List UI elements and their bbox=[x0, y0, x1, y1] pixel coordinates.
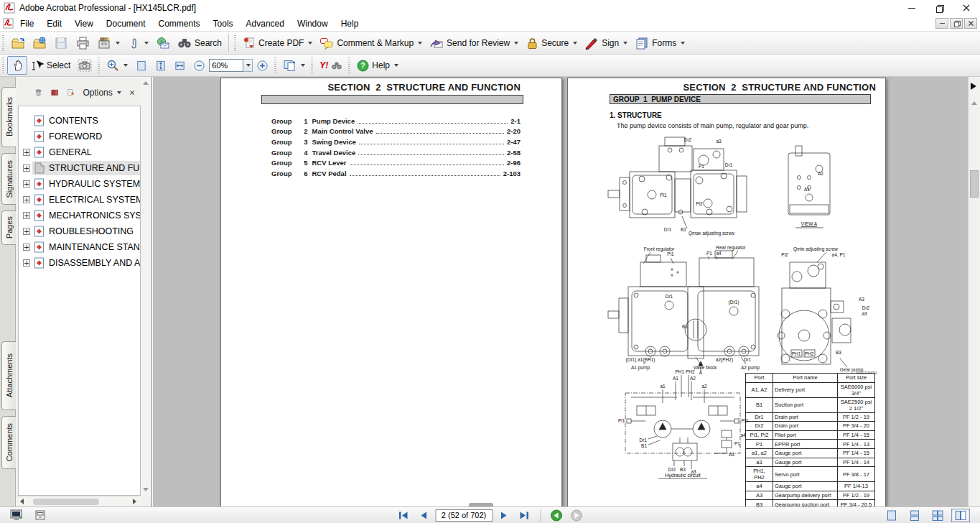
zoom-level-input[interactable] bbox=[209, 59, 243, 72]
expand-plus-icon[interactable] bbox=[23, 212, 30, 219]
bookmark-item-general[interactable]: GENERAL bbox=[19, 144, 140, 160]
toolbar-grip[interactable] bbox=[2, 57, 4, 73]
expand-plus-icon[interactable] bbox=[23, 228, 30, 235]
facing-button[interactable] bbox=[951, 509, 970, 522]
zoom-in-button[interactable] bbox=[253, 56, 272, 75]
menu-window[interactable]: Window bbox=[291, 17, 335, 30]
expand-plus-icon[interactable] bbox=[23, 244, 30, 251]
doc-restore-button[interactable] bbox=[950, 18, 963, 29]
fit-width-button[interactable] bbox=[170, 56, 190, 75]
toolbar-grip[interactable] bbox=[234, 35, 236, 51]
tab-pages[interactable]: Pages bbox=[1, 210, 16, 245]
document-area[interactable]: SECTION 2 STRUCTURE AND FUNCTION Group1P… bbox=[153, 77, 968, 506]
expand-plus-icon[interactable] bbox=[23, 149, 30, 156]
menu-comments[interactable]: Comments bbox=[152, 17, 207, 30]
previous-page-button[interactable] bbox=[415, 509, 432, 522]
bookmark-item-disassembly[interactable]: DISASSEMBLY AND ASSEMBLY bbox=[19, 255, 140, 271]
print-button[interactable] bbox=[72, 34, 93, 52]
tab-comments[interactable]: Comments bbox=[1, 416, 16, 469]
bookmarks-horizontal-scrollbar[interactable] bbox=[16, 496, 141, 506]
document-vertical-scrollbar[interactable] bbox=[968, 77, 980, 506]
minimize-button[interactable] bbox=[898, 0, 925, 16]
organizer-button[interactable] bbox=[93, 34, 123, 52]
toolbar-grip[interactable] bbox=[274, 57, 276, 73]
next-view-button[interactable] bbox=[568, 509, 585, 522]
email-button[interactable] bbox=[152, 34, 174, 52]
bookmark-item-structure-and-function[interactable]: STRUCTURE AND FUNCTION bbox=[19, 160, 140, 176]
save-button[interactable] bbox=[50, 34, 72, 52]
tab-bookmarks[interactable]: Bookmarks bbox=[1, 87, 17, 147]
document-status-icon[interactable] bbox=[34, 509, 46, 521]
help-button[interactable]: ?Help bbox=[353, 56, 402, 75]
toolbar-grip[interactable] bbox=[348, 57, 350, 73]
tab-signatures[interactable]: Signatures bbox=[1, 153, 16, 205]
bookmark-item-troubleshooting[interactable]: ROUBLESHOOTING bbox=[19, 223, 140, 239]
previous-view-button[interactable] bbox=[548, 509, 565, 522]
first-page-button[interactable] bbox=[395, 509, 412, 522]
menu-edit[interactable]: Edit bbox=[40, 17, 68, 30]
bookmark-item-foreword[interactable]: FOREWORD bbox=[19, 129, 140, 144]
snapshot-tool-button[interactable] bbox=[74, 56, 95, 75]
attach-button[interactable] bbox=[123, 34, 152, 52]
secure-button[interactable]: Secure bbox=[522, 34, 581, 52]
scroll-left-icon[interactable] bbox=[20, 499, 24, 504]
single-page-button[interactable] bbox=[882, 509, 901, 522]
bookmark-item-maintenance-standard[interactable]: MAINTENANCE STANDARD bbox=[19, 239, 140, 255]
menu-view[interactable]: View bbox=[68, 17, 100, 30]
toolbar-grip[interactable] bbox=[2, 35, 4, 51]
hand-tool-button[interactable] bbox=[7, 56, 27, 75]
forms-button[interactable]: Forms bbox=[631, 34, 689, 52]
menu-advanced[interactable]: Advanced bbox=[240, 17, 291, 30]
scroll-up-icon[interactable] bbox=[143, 81, 149, 85]
expand-current-bookmark-icon[interactable] bbox=[50, 87, 59, 98]
scrollbar-thumb[interactable] bbox=[33, 499, 99, 505]
page-display-button[interactable] bbox=[279, 56, 309, 75]
bookmark-item-contents[interactable]: CONTENTS bbox=[19, 113, 140, 129]
send-for-review-button[interactable]: Send for Review bbox=[426, 34, 522, 52]
menu-file[interactable]: File bbox=[14, 17, 40, 30]
hide-pane-arrow-icon[interactable] bbox=[971, 83, 976, 90]
scroll-down-icon[interactable] bbox=[143, 488, 149, 491]
delete-bookmark-icon[interactable] bbox=[34, 87, 42, 98]
new-bookmark-icon[interactable] bbox=[67, 87, 75, 98]
last-page-button[interactable] bbox=[515, 509, 533, 522]
restore-button[interactable] bbox=[925, 0, 953, 16]
continuous-button[interactable] bbox=[905, 509, 924, 522]
bookmark-item-mechatronics-system[interactable]: MECHATRONICS SYSTEM bbox=[19, 208, 140, 223]
continuous-facing-button[interactable] bbox=[928, 509, 947, 522]
actual-size-button[interactable] bbox=[131, 56, 151, 75]
zoom-tool-button[interactable] bbox=[103, 56, 131, 75]
create-pdf-button[interactable]: Create PDF bbox=[239, 34, 316, 52]
next-page-button[interactable] bbox=[495, 509, 513, 522]
doc-close-button[interactable] bbox=[964, 18, 977, 29]
menu-tools[interactable]: Tools bbox=[207, 17, 240, 30]
expand-plus-icon[interactable] bbox=[23, 180, 30, 188]
scrollbar-thumb[interactable] bbox=[970, 170, 979, 198]
bookmark-item-electrical-system[interactable]: ELECTRICAL SYSTEM bbox=[19, 192, 140, 208]
tab-attachments[interactable]: Attachments bbox=[1, 341, 16, 410]
expand-plus-icon[interactable] bbox=[23, 165, 30, 172]
bookmarks-vertical-scrollbar[interactable] bbox=[141, 77, 151, 496]
open-button[interactable] bbox=[7, 34, 29, 52]
page-number-input[interactable] bbox=[435, 509, 493, 522]
bookmarks-options-button[interactable]: Options bbox=[83, 88, 121, 98]
scroll-up-icon[interactable] bbox=[971, 101, 977, 105]
zoom-dropdown-button[interactable] bbox=[243, 59, 253, 72]
yahoo-search-button[interactable]: Y! bbox=[316, 56, 346, 75]
fit-page-button[interactable] bbox=[151, 56, 170, 75]
expand-plus-icon[interactable] bbox=[23, 196, 30, 203]
search-button[interactable]: Search bbox=[174, 34, 225, 52]
sign-button[interactable]: Sign bbox=[581, 34, 631, 52]
comment-markup-button[interactable]: Comment & Markup bbox=[316, 34, 426, 52]
select-tool-button[interactable]: Select bbox=[27, 56, 74, 75]
bookmark-item-hydraulic-system[interactable]: HYDRAULIC SYSTEM bbox=[19, 176, 140, 192]
screen-mode-icon[interactable] bbox=[10, 509, 23, 521]
menu-help[interactable]: Help bbox=[335, 17, 365, 30]
close-panel-icon[interactable] bbox=[129, 88, 135, 97]
close-button[interactable] bbox=[953, 0, 980, 16]
open-web-button[interactable] bbox=[29, 34, 50, 52]
doc-minimize-button[interactable] bbox=[935, 18, 948, 29]
toolbar-grip[interactable] bbox=[98, 57, 100, 73]
toolbar-grip[interactable] bbox=[311, 57, 313, 73]
zoom-out-button[interactable] bbox=[190, 56, 209, 75]
